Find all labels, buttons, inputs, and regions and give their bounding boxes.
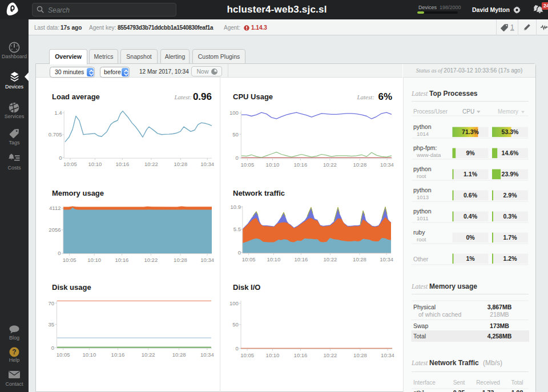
svg-text:1014: 1014 <box>417 131 429 137</box>
svg-text:1013: 1013 <box>417 194 429 200</box>
svg-text:python: python <box>413 165 432 172</box>
svg-text:Total: Total <box>413 333 426 340</box>
svg-text:2.9%: 2.9% <box>503 192 518 199</box>
svg-text:python: python <box>413 208 432 215</box>
svg-text:173MB: 173MB <box>490 322 509 329</box>
svg-text:Latest: Latest <box>411 359 428 366</box>
svg-text:php-fpm:: php-fpm: <box>413 144 437 151</box>
svg-text:Latest: Latest <box>411 90 428 97</box>
svg-text:218MB: 218MB <box>490 311 509 318</box>
svg-text:Sent: Sent <box>453 379 465 386</box>
svg-text:Process/User: Process/User <box>413 108 448 115</box>
svg-text:23.9%: 23.9% <box>502 171 519 177</box>
svg-text:Latest: Latest <box>411 283 428 290</box>
svg-text:1011: 1011 <box>417 215 428 221</box>
svg-text:0.25: 0.25 <box>453 389 465 392</box>
svg-text:4,258MB: 4,258MB <box>487 333 512 340</box>
svg-text:of which cached: of which cached <box>418 311 461 318</box>
svg-text:0.4%: 0.4% <box>464 213 478 220</box>
svg-text:Network Traffic: Network Traffic <box>429 359 479 367</box>
svg-text:ruby: ruby <box>413 229 425 236</box>
svg-text:root: root <box>417 236 426 243</box>
svg-text:9%: 9% <box>466 149 475 156</box>
svg-text:eth1: eth1 <box>413 389 425 392</box>
svg-text:Physical: Physical <box>413 304 436 310</box>
svg-text:Received: Received <box>476 379 500 386</box>
svg-text:python: python <box>413 187 432 193</box>
svg-text:0.6%: 0.6% <box>464 192 478 199</box>
svg-text:CPU: CPU <box>462 108 474 115</box>
svg-text:Memory: Memory <box>498 108 518 115</box>
svg-text:14.6%: 14.6% <box>502 149 519 156</box>
svg-text:Total: Total <box>511 379 523 386</box>
svg-text:0.3%: 0.3% <box>503 213 518 220</box>
svg-text:53.3%: 53.3% <box>502 128 519 135</box>
svg-text:Top Processes: Top Processes <box>429 90 478 98</box>
svg-text:Swap: Swap <box>413 322 428 329</box>
svg-text:3,867MB: 3,867MB <box>487 304 512 310</box>
svg-text:Interface: Interface <box>413 379 436 386</box>
svg-text:1.7%: 1.7% <box>503 234 518 241</box>
svg-text:0%: 0% <box>466 234 475 241</box>
svg-text:root: root <box>417 173 426 179</box>
svg-text:1%: 1% <box>466 255 475 262</box>
svg-text:71.3%: 71.3% <box>462 128 479 135</box>
svg-text:1.1%: 1.1% <box>464 171 478 177</box>
svg-text:(Mb/s): (Mb/s) <box>483 359 502 367</box>
svg-text:Other: Other <box>413 256 429 262</box>
svg-text:1.98: 1.98 <box>511 389 523 392</box>
svg-text:python: python <box>413 123 432 130</box>
svg-text:Memory usage: Memory usage <box>429 282 477 290</box>
svg-text:www-data: www-data <box>416 152 441 158</box>
svg-text:1.2%: 1.2% <box>503 255 518 262</box>
svg-text:1.73: 1.73 <box>482 389 494 392</box>
